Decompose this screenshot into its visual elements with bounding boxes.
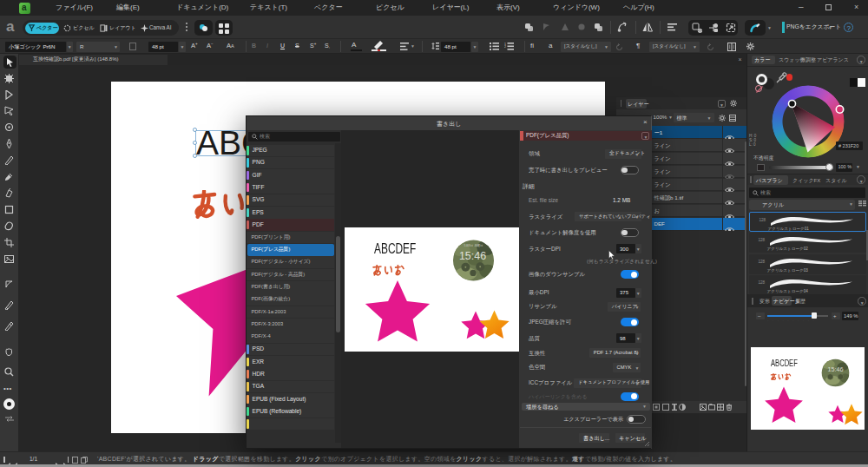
svg-text:15:46: 15:46 [827, 365, 843, 373]
svg-text:2: 2 [504, 45, 506, 49]
svg-text:5月8日 月曜日: 5月8日 月曜日 [464, 244, 483, 247]
svg-text:15:46: 15:46 [459, 250, 486, 262]
